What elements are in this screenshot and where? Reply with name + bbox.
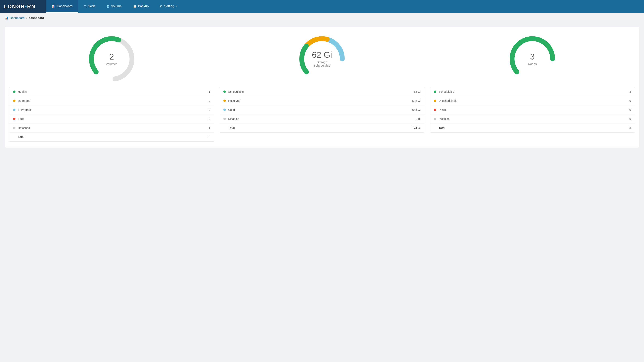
volumes-stats: Healthy 1 Degraded 0 In Progress 0 Fault… (9, 87, 214, 142)
volumes-stat-detached: Detached 1 (9, 123, 214, 132)
storage-used-value: 59.8 Gi (412, 108, 421, 111)
nav-label-volume: Volume (111, 5, 122, 8)
breadcrumb: 📊 Dashboard / dashboard (0, 13, 644, 23)
nodes-schedulable-value: 3 (629, 90, 631, 93)
nodes-value: 3 (528, 53, 537, 61)
nav-item-node[interactable]: ⬡ Node (78, 0, 101, 13)
nodes-card: 3 Nodes Schedulable 3 Unschedulable 0 D (430, 35, 635, 142)
nodes-unschedulable-value: 0 (629, 99, 631, 102)
fault-label: Fault (18, 117, 209, 120)
fault-value: 0 (209, 117, 210, 120)
storage-stats: Schedulable 62 Gi Reserved 52.2 Gi Used … (219, 87, 425, 132)
storage-donut: 62 Gi Storage Schedulable (298, 35, 346, 83)
nav-label-backup: Backup (138, 5, 149, 8)
storage-card: 62 Gi Storage Schedulable Schedulable 62… (219, 35, 425, 142)
storage-subtitle: Storage Schedulable (310, 60, 334, 67)
total-value: 2 (209, 135, 210, 138)
storage-used-dot (223, 109, 226, 111)
storage-reserved-dot (223, 100, 226, 102)
nodes-stat-unschedulable: Unschedulable 0 (430, 96, 635, 105)
storage-total-value: 174 Gi (412, 126, 420, 129)
breadcrumb-icon: 📊 (5, 16, 8, 20)
inprogress-value: 0 (209, 108, 210, 111)
nodes-total-value: 3 (629, 126, 631, 129)
storage-value: 62 Gi (310, 51, 334, 59)
degraded-label: Degraded (18, 99, 209, 102)
nodes-stat-disabled: Disabled 0 (430, 114, 635, 123)
volumes-donut: 2 Volumes (88, 35, 136, 83)
breadcrumb-current: dashboard (29, 16, 44, 20)
storage-used-label: Used (228, 108, 412, 111)
nodes-total-label: Total (439, 126, 630, 129)
nav-item-setting[interactable]: ⚙ Setting ▾ (154, 0, 183, 13)
volumes-stat-degraded: Degraded 0 (9, 96, 214, 105)
healthy-dot (13, 91, 16, 93)
healthy-value: 1 (209, 90, 210, 93)
volumes-subtitle: Volumes (106, 62, 118, 66)
inprogress-dot (13, 109, 16, 111)
storage-schedulable-value: 62 Gi (414, 90, 420, 93)
storage-total-label: Total (228, 126, 412, 129)
volumes-stat-inprogress: In Progress 0 (9, 105, 214, 114)
nodes-disabled-value: 0 (629, 117, 631, 120)
storage-donut-label: 62 Gi Storage Schedulable (310, 51, 334, 67)
volumes-value: 2 (106, 53, 118, 61)
detached-dot (13, 127, 16, 129)
nodes-stat-down: Down 0 (430, 105, 635, 114)
nodes-subtitle: Nodes (528, 62, 537, 66)
chevron-down-icon: ▾ (176, 5, 177, 8)
main-nav: 📊 Dashboard ⬡ Node ▦ Volume 📋 Backup ⚙ S… (46, 0, 183, 13)
nodes-stat-total: Total 3 (430, 123, 635, 132)
volumes-donut-label: 2 Volumes (106, 53, 118, 66)
storage-stat-used: Used 59.8 Gi (219, 105, 424, 114)
breadcrumb-separator: / (26, 16, 27, 20)
nodes-donut: 3 Nodes (508, 35, 556, 83)
nodes-stats: Schedulable 3 Unschedulable 0 Down 0 Dis… (430, 87, 635, 132)
nodes-down-label: Down (439, 108, 630, 111)
nodes-schedulable-dot (434, 91, 436, 93)
breadcrumb-parent[interactable]: Dashboard (10, 16, 24, 20)
storage-stat-total: Total 174 Gi (219, 123, 424, 132)
logo-text: LONGH▪RN (4, 4, 36, 10)
degraded-dot (13, 100, 16, 102)
setting-icon: ⚙ (160, 5, 162, 8)
storage-total-dot-placeholder (223, 127, 226, 129)
nav-item-backup[interactable]: 📋 Backup (127, 0, 154, 13)
nodes-donut-label: 3 Nodes (528, 53, 537, 66)
nav-label-dashboard: Dashboard (57, 5, 72, 8)
main-content: 2 Volumes Healthy 1 Degraded 0 In Progr (0, 23, 644, 156)
detached-value: 1 (209, 126, 210, 129)
nodes-unschedulable-dot (434, 100, 436, 102)
storage-stat-reserved: Reserved 52.2 Gi (219, 96, 424, 105)
storage-reserved-label: Reserved (228, 99, 412, 102)
storage-disabled-label: Disabled (228, 117, 416, 120)
volumes-stat-total: Total 2 (9, 132, 214, 141)
nav-label-setting: Setting (164, 5, 174, 8)
storage-stat-disabled: Disabled 0 Bi (219, 114, 424, 123)
fault-dot (13, 118, 16, 120)
total-label: Total (18, 135, 209, 138)
volume-icon: ▦ (107, 5, 110, 8)
cards-row: 2 Volumes Healthy 1 Degraded 0 In Progr (5, 27, 639, 148)
nodes-disabled-dot (434, 118, 436, 120)
node-icon: ⬡ (84, 5, 86, 8)
total-dot-placeholder (13, 136, 16, 138)
detached-label: Detached (18, 126, 209, 129)
nav-item-volume[interactable]: ▦ Volume (101, 0, 127, 13)
nodes-schedulable-label: Schedulable (439, 90, 630, 93)
storage-disabled-value: 0 Bi (416, 117, 421, 120)
healthy-label: Healthy (18, 90, 209, 93)
backup-icon: 📋 (133, 5, 136, 8)
logo: LONGH▪RN (0, 0, 46, 13)
nav-item-dashboard[interactable]: 📊 Dashboard (46, 0, 78, 13)
header: LONGH▪RN 📊 Dashboard ⬡ Node ▦ Volume 📋 B… (0, 0, 644, 13)
volumes-stat-fault: Fault 0 (9, 114, 214, 123)
storage-schedulable-dot (223, 91, 226, 93)
nodes-down-value: 0 (629, 108, 631, 111)
nodes-disabled-label: Disabled (439, 117, 630, 120)
nav-label-node: Node (88, 5, 96, 8)
storage-reserved-value: 52.2 Gi (412, 99, 421, 102)
inprogress-label: In Progress (18, 108, 209, 111)
nodes-down-dot (434, 109, 436, 111)
storage-disabled-dot (223, 118, 226, 120)
